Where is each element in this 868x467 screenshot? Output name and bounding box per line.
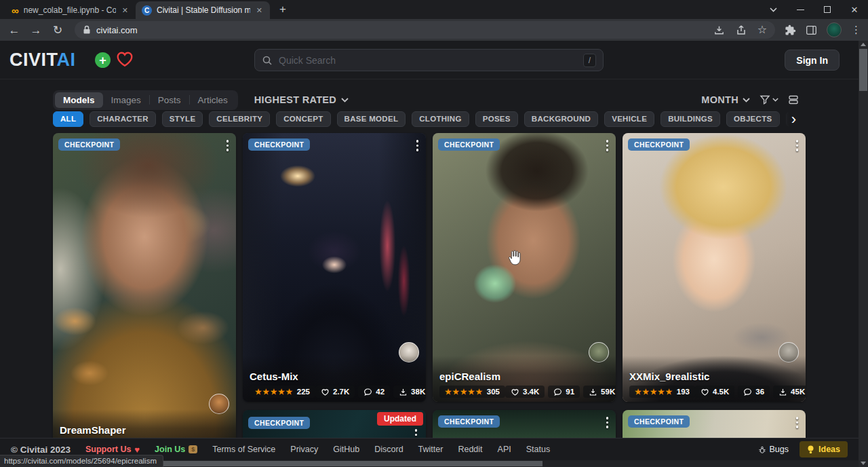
back-icon[interactable]: ← [7,24,22,36]
chip-clothing[interactable]: CLOTHING [412,111,469,127]
model-title: Cetus-Mix [250,371,419,382]
card-info: epiCRealism ★★★★★305 3.4K 91 59K [433,356,616,402]
updated-badge: Updated [377,412,423,426]
vertical-scrollbar-thumb[interactable] [859,49,867,91]
bookmark-star-icon[interactable]: ☆ [757,24,767,35]
comments-stat: 42 [358,386,390,398]
model-type-badge: CHECKPOINT [58,138,120,151]
money-icon: $ [189,445,197,453]
layout-toggle-button[interactable] [788,94,799,105]
heart-icon: ♥ [134,445,140,455]
footer-link-reddit[interactable]: Reddit [458,445,482,454]
chip-character[interactable]: CHARACTER [90,111,156,127]
search-shortcut-key: / [583,54,596,67]
heart-icon [321,388,330,396]
chip-all[interactable]: ALL [53,111,83,127]
civitai-logo[interactable]: CIVITAI [9,50,76,71]
card-menu-icon[interactable] [605,138,610,153]
tab-posts[interactable]: Posts [150,92,189,108]
tab-close-icon[interactable]: ✕ [121,6,130,15]
browser-profile-avatar[interactable] [827,22,842,37]
browser-tab-colab[interactable]: ∞ new_colab_file.ipynb - Colaborat ✕ [5,1,136,19]
reload-icon[interactable]: ↻ [50,24,65,36]
tab-images[interactable]: Images [103,92,149,108]
comments-stat: 91 [548,386,580,398]
address-bar[interactable]: civitai.com ☆ [75,21,775,39]
model-title: XXMix_9realistic [629,371,799,382]
support-us-link[interactable]: Support Us♥ [85,445,140,455]
new-tab-button[interactable]: + [274,1,292,18]
civitai-page: CIVITAI + / Sign In Models Images Posts [0,41,859,467]
sign-in-button[interactable]: Sign In [785,50,840,71]
model-type-badge: CHECKPOINT [438,415,500,428]
vertical-scrollbar[interactable] [859,41,868,467]
share-icon[interactable] [736,24,747,35]
search-input[interactable] [279,55,577,66]
maximize-button[interactable] [814,0,841,19]
chip-base-model[interactable]: BASE MODEL [337,111,406,127]
join-us-label: Join Us [155,445,185,454]
footer-link-discord[interactable]: Discord [374,445,403,454]
footer-link-terms[interactable]: Terms of Service [212,445,275,454]
card-stats: ★★★★★225 2.7K 42 38K [250,386,419,398]
downloads-count: 45K [791,388,805,396]
url-text: civitai.com [96,25,708,35]
tab-search-chevron-icon[interactable] [760,0,787,19]
toolbar-icons: ⋮ [785,22,861,37]
browser-menu-icon[interactable]: ⋮ [851,24,861,36]
footer-link-status[interactable]: Status [526,445,550,454]
star-icons: ★★★★★ [635,388,673,396]
forward-icon[interactable]: → [28,24,43,36]
model-card-xxmix[interactable]: CHECKPOINT XXMix_9realistic ★★★★★193 4.5… [623,133,806,402]
chip-concept[interactable]: CONCEPT [276,111,330,127]
model-card-dreamshaper[interactable]: CHECKPOINT DreamShaper [53,133,236,457]
card-menu-icon[interactable] [415,138,420,153]
sidebar-icon[interactable] [806,24,817,36]
chip-vehicle[interactable]: VEHICLE [604,111,654,127]
footer-link-privacy[interactable]: Privacy [290,445,318,454]
scroll-down-arrow-icon[interactable] [861,462,866,465]
join-us-link[interactable]: Join Us$ [155,445,197,454]
favorites-heart-icon[interactable] [116,51,134,70]
download-icon[interactable] [713,24,725,36]
scroll-up-arrow-icon[interactable] [861,43,866,46]
upload-plus-button[interactable]: + [95,52,111,68]
card-menu-icon[interactable] [795,415,800,430]
tab-models[interactable]: Models [55,92,103,108]
close-button[interactable]: ✕ [841,0,868,19]
chip-poses[interactable]: POSES [475,111,518,127]
period-dropdown[interactable]: MONTH [701,94,750,105]
footer-link-twitter[interactable]: Twitter [418,445,443,454]
card-menu-icon[interactable] [225,138,231,153]
chips-scroll-right-icon[interactable]: › [777,110,799,128]
browser-toolbar: ← → ↻ civitai.com ☆ ⋮ [0,19,868,41]
card-menu-icon[interactable] [795,138,800,153]
footer-link-github[interactable]: GitHub [333,445,359,454]
tab-close-icon[interactable]: ✕ [255,6,264,15]
chip-celebrity[interactable]: CELEBRITY [209,111,270,127]
chip-style[interactable]: STYLE [162,111,203,127]
bugs-button[interactable]: Bugs [758,445,789,454]
bugs-label: Bugs [770,445,789,454]
browser-tab-civitai[interactable]: C Civitai | Stable Diffusion models, ✕ [136,1,270,19]
ideas-button[interactable]: Ideas [800,441,848,457]
footer-link-api[interactable]: API [498,445,511,454]
extensions-puzzle-icon[interactable] [785,24,796,36]
tab-articles[interactable]: Articles [190,92,236,108]
filter-dropdown[interactable] [760,94,778,105]
rating-stat: ★★★★★225 [250,386,315,398]
card-menu-icon[interactable] [605,415,610,430]
minimize-button[interactable] [787,0,814,19]
chip-buildings[interactable]: BUILDINGS [660,111,720,127]
lightbulb-icon [807,445,814,454]
chip-objects[interactable]: OBJECTS [726,111,779,127]
model-title: epiCRealism [439,371,609,382]
quick-search-bar[interactable]: / [254,49,604,71]
sort-dropdown[interactable]: HIGHEST RATED [254,94,349,105]
chip-background[interactable]: BACKGROUND [524,111,598,127]
bug-icon [758,445,766,454]
model-card-epicrealism[interactable]: CHECKPOINT epiCRealism ★★★★★305 3.4K 91 … [433,133,616,402]
downloads-count: 59K [601,388,615,396]
model-card-grid: CHECKPOINT DreamShaper CHECKPOINT Cetus-… [53,133,806,467]
model-card-cetus-mix[interactable]: CHECKPOINT Cetus-Mix ★★★★★225 2.7K 42 38… [243,133,426,402]
